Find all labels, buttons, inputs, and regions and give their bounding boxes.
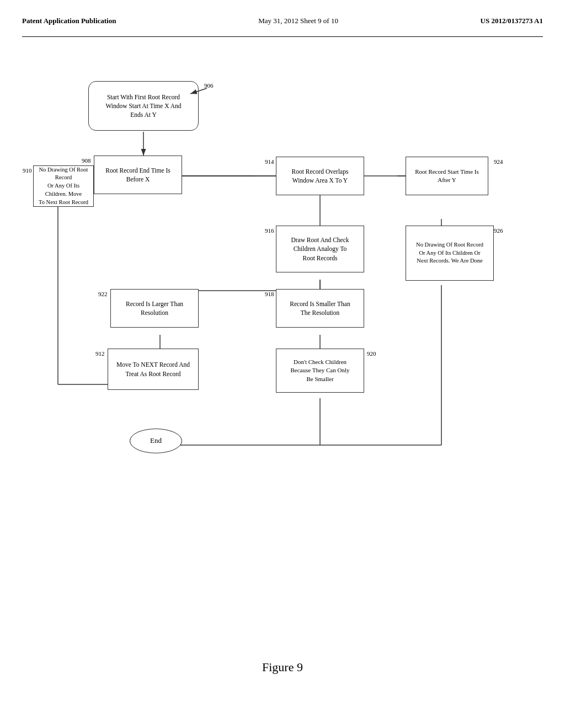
node-910-label: 910 [23, 167, 32, 174]
node-910: No Drawing Of Root Record Or Any Of Its … [33, 165, 94, 207]
node-918-text: Record Is Smaller Than The Resolution [290, 299, 350, 317]
node-912-text: Move To NEXT Record And Treat As Root Re… [116, 360, 190, 378]
node-914-text: Root Record Overlaps Window Area X To Y [292, 167, 349, 185]
node-916-text: Draw Root And Check Children Analogy To … [291, 235, 349, 262]
figure-label: Figure 9 [22, 660, 543, 675]
svg-line-26 [190, 88, 207, 94]
node-908: Root Record End Time Is Before X [94, 156, 182, 194]
diagram-area: Start With First Root Record Window Star… [22, 48, 543, 655]
node-914-label: 914 [265, 158, 274, 165]
node-922-text: Record Is Larger Than Resolution [126, 299, 183, 317]
label-arrow-906 [188, 85, 210, 97]
node-916-label: 916 [265, 227, 274, 234]
node-924-text: Root Record Start Time Is After Y [415, 168, 479, 185]
node-908-label: 908 [82, 157, 91, 164]
node-end-text: End [150, 436, 162, 446]
node-918-label: 918 [265, 291, 274, 297]
header-left: Patent Application Publication [22, 17, 116, 25]
header-right: US 2012/0137273 A1 [481, 17, 543, 25]
node-922-label: 922 [98, 291, 108, 297]
node-906-text: Start With First Root Record Window Star… [105, 93, 181, 119]
header: Patent Application Publication May 31, 2… [22, 11, 543, 37]
page: Patent Application Publication May 31, 2… [0, 0, 565, 728]
node-end: End [130, 429, 182, 453]
node-912-label: 912 [95, 350, 105, 357]
node-906: Start With First Root Record Window Star… [88, 81, 199, 131]
node-920-label: 920 [367, 350, 376, 357]
node-922: Record Is Larger Than Resolution [110, 289, 199, 328]
node-926-text: No Drawing Of Root Record Or Any Of Its … [416, 241, 483, 265]
node-914: Root Record Overlaps Window Area X To Y [276, 157, 364, 195]
node-910-text: No Drawing Of Root Record Or Any Of Its … [38, 166, 89, 206]
node-916: Draw Root And Check Children Analogy To … [276, 226, 364, 272]
node-926-label: 926 [494, 227, 503, 234]
node-924-label: 924 [494, 158, 503, 165]
node-908-text: Root Record End Time Is Before X [105, 166, 170, 184]
node-920-text: Don't Check Children Because They Can On… [290, 358, 349, 383]
header-center: May 31, 2012 Sheet 9 of 10 [258, 17, 338, 25]
node-918: Record Is Smaller Than The Resolution [276, 289, 364, 328]
node-920: Don't Check Children Because They Can On… [276, 349, 364, 393]
node-912: Move To NEXT Record And Treat As Root Re… [108, 349, 199, 390]
node-924: Root Record Start Time Is After Y [406, 157, 488, 195]
node-926: No Drawing Of Root Record Or Any Of Its … [406, 226, 494, 281]
